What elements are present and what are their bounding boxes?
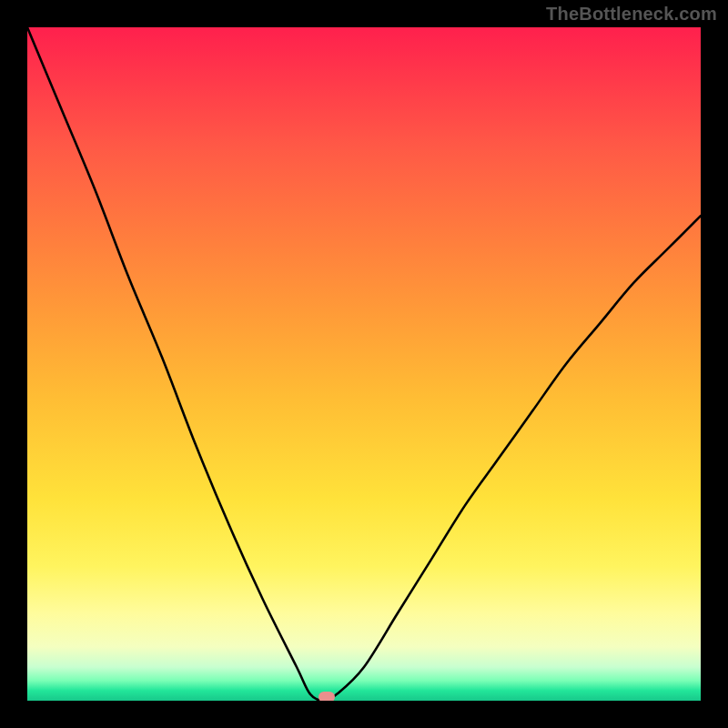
chart-frame: TheBottleneck.com	[0, 0, 728, 728]
bottleneck-curve	[27, 27, 701, 701]
plot-area	[27, 27, 701, 701]
minimum-marker	[318, 692, 335, 701]
watermark-label: TheBottleneck.com	[546, 4, 717, 25]
